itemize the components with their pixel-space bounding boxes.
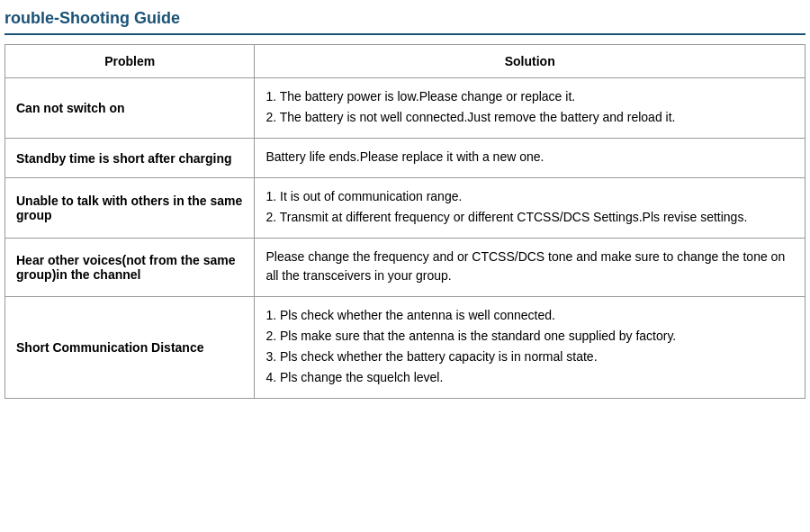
solution-cell: 1. Pls check whether the antenna is well… [255,297,806,399]
header-problem: Problem [5,45,255,78]
solution-line: 4. Pls change the squelch level. [266,368,794,387]
problem-cell: Can not switch on [5,78,255,139]
solution-cell: 1. The battery power is low.Please chang… [255,78,806,139]
solution-line: 1. Pls check whether the antenna is well… [266,306,794,325]
solution-line: Please change the frequency and or CTCSS… [266,248,794,285]
solution-cell: Please change the frequency and or CTCSS… [255,239,806,297]
solution-line: 1. It is out of communication range. [266,187,794,206]
table-row: Can not switch on1. The battery power is… [5,78,806,139]
solution-line: 2. Transmit at different frequency or di… [266,208,794,227]
table-row: Short Communication Distance1. Pls check… [5,297,806,399]
problem-cell: Hear other voices(not from the same grou… [5,239,255,297]
solution-cell: Battery life ends.Please replace it with… [255,139,806,178]
problem-cell: Standby time is short after charging [5,139,255,178]
solution-line: 2. Pls make sure that the antenna is the… [266,327,794,346]
solution-line: 3. Pls check whether the battery capacit… [266,347,794,366]
table-row: Hear other voices(not from the same grou… [5,239,806,297]
problem-cell: Unable to talk with others in the same g… [5,178,255,239]
table-row: Unable to talk with others in the same g… [5,178,806,239]
solution-line: 2. The battery is not well connected.Jus… [266,108,794,127]
troubleshooting-table: Problem Solution Can not switch on1. The… [4,44,806,399]
page-container: rouble-Shooting Guide Problem Solution C… [0,0,810,408]
problem-cell: Short Communication Distance [5,297,255,399]
solution-cell: 1. It is out of communication range.2. T… [255,178,806,239]
header-solution: Solution [255,45,806,78]
table-header-row: Problem Solution [5,45,806,78]
solution-line: Battery life ends.Please replace it with… [266,148,794,167]
page-title: rouble-Shooting Guide [4,9,806,35]
solution-line: 1. The battery power is low.Please chang… [266,87,794,106]
table-row: Standby time is short after chargingBatt… [5,139,806,178]
